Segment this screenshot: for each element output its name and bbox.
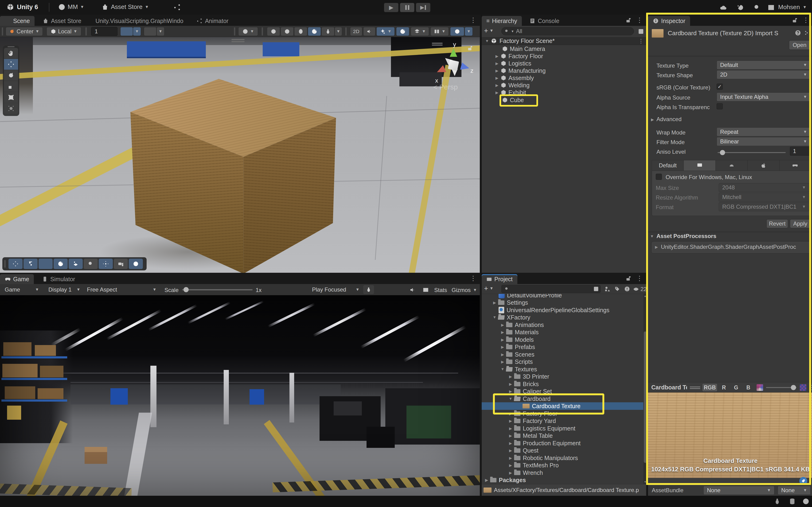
tree-row[interactable]: ▼Textures [481, 365, 643, 373]
overlay-lighting-button[interactable] [54, 259, 68, 269]
tree-row[interactable]: ▶TextMesh Pro [481, 461, 643, 469]
tab-inspector[interactable]: Inspector [648, 16, 690, 26]
draw-mode-button[interactable]: ▼ [238, 27, 258, 36]
channel-b-button[interactable]: B [743, 383, 754, 392]
pick-window-icon[interactable] [638, 28, 644, 35]
transform-tool[interactable] [4, 103, 18, 114]
project-more-icon[interactable]: ⋮ [636, 275, 643, 282]
shaded-wireframe-button[interactable] [267, 27, 280, 36]
platform-tab-standalone[interactable] [684, 160, 716, 171]
tree-row-cardboard-texture[interactable]: Cardboard Texture [481, 402, 643, 410]
override-checkbox[interactable] [656, 174, 662, 180]
advanced-label[interactable]: Advanced [656, 116, 681, 122]
preset-icon[interactable] [803, 30, 810, 36]
toolbar-grip[interactable] [262, 27, 263, 36]
tree-row[interactable]: ▶Prefabs [481, 343, 643, 351]
tree-row[interactable]: ▶Robotic Manipulators [481, 454, 643, 462]
cache-server-status[interactable] [789, 498, 796, 505]
audio-bug-button[interactable] [321, 27, 335, 36]
step-button[interactable]: ▶ [416, 3, 430, 12]
tree-row[interactable]: ▶Caliper Set [481, 388, 643, 395]
postprocessors-header[interactable]: Asset PostProcessors [656, 233, 716, 239]
orientation-gizmo[interactable]: y x z < Persp [430, 42, 477, 94]
hierarchy-row-factory-floor[interactable]: ▶Factory Floor [481, 52, 642, 60]
texture-preview[interactable]: Cardboard Texture 1024x512 RGB Compresse… [648, 392, 812, 478]
snap-value-field[interactable]: 1 [91, 27, 117, 36]
gizmo-persp-label[interactable]: < Persp [433, 83, 458, 91]
rotate-tool[interactable] [4, 70, 18, 81]
tree-row-cardboard[interactable]: ▼Cardboard [481, 395, 643, 402]
help-icon[interactable] [795, 30, 801, 36]
orientation-button[interactable]: Local▼ [47, 27, 81, 36]
toolbar-grip[interactable] [86, 27, 87, 36]
overlay-settings-button[interactable] [23, 259, 38, 269]
overlay-center-button[interactable] [99, 259, 113, 269]
visual-scripting-icon[interactable] [173, 3, 181, 11]
scale-slider[interactable] [182, 289, 253, 290]
scale-tool[interactable] [4, 81, 18, 92]
tree-row[interactable]: ▶3D Printer [481, 373, 643, 380]
hierarchy-row-main-camera[interactable]: Main Camera [481, 45, 642, 53]
tab-asset-store[interactable]: Asset Store [38, 16, 86, 26]
channel-rgb-button[interactable]: RGB [702, 383, 718, 392]
alpha-source-dropdown[interactable]: Input Texture Alpha▼ [717, 93, 811, 101]
inspector-more-icon[interactable]: ⋮ [803, 17, 809, 23]
assetbundle-variant-dropdown[interactable]: None▼ [778, 486, 811, 495]
lighting-toggle[interactable] [294, 27, 307, 36]
layout-icon[interactable] [767, 4, 775, 11]
aniso-value-field[interactable]: 1 [790, 147, 811, 156]
play-focused-dropdown[interactable]: Play Focused▼ [310, 285, 362, 294]
game-viewport[interactable] [0, 295, 480, 496]
add-asset-button[interactable]: +▼ [484, 285, 493, 292]
asset-store-menu[interactable]: Asset Store▼ [101, 3, 149, 10]
tree-row[interactable]: ▶Models [481, 336, 643, 343]
filter-alert-icon[interactable] [624, 286, 630, 292]
gizmos-button[interactable] [450, 27, 464, 36]
advanced-foldout-arrow[interactable]: ▶ [649, 117, 656, 122]
overlay-move-button[interactable] [8, 259, 22, 269]
resize-algorithm-dropdown[interactable]: Mitchell▼ [719, 193, 809, 202]
project-scrollbar[interactable]: ▲ ▼ [643, 294, 646, 484]
display-target-dropdown[interactable]: Game▼ [2, 285, 41, 294]
hierarchy-row-assembly[interactable]: ▶Assembly [481, 74, 642, 82]
tree-row[interactable]: ▶Logistics Equipment [481, 425, 643, 432]
preview-title[interactable]: Cardboard Te [651, 384, 687, 391]
toolbar-grip[interactable] [2, 27, 3, 36]
tree-row[interactable]: ▶Metal Table [481, 432, 643, 439]
tab-simulator[interactable]: Simulator [37, 274, 80, 284]
filter-label-icon[interactable] [614, 286, 620, 292]
scene-row-more-icon[interactable]: ⋮ [638, 38, 644, 44]
platform-tab-apple[interactable] [748, 160, 779, 171]
tree-row[interactable]: ▶Scenes [481, 351, 643, 358]
apply-button[interactable]: Apply [790, 219, 811, 228]
channel-g-button[interactable]: G [730, 383, 742, 392]
scene-lighting-toggle[interactable] [308, 27, 321, 36]
postprocessor-item[interactable]: UnityEditor.ShaderGraph.ShaderGraphAsset… [661, 244, 796, 250]
pause-button[interactable] [400, 3, 414, 12]
mipmap-icon[interactable] [757, 384, 763, 391]
checker-icon[interactable] [800, 384, 806, 391]
increment-snap-dropdown[interactable]: ▼ [156, 27, 164, 36]
debugger-toggle[interactable] [773, 498, 781, 505]
play-button[interactable]: ▶ [384, 3, 399, 12]
overlay-camera-preview-button[interactable] [68, 259, 83, 269]
gizmos-dropdown[interactable]: ▼ [465, 27, 473, 36]
overlay-camera-button[interactable] [114, 259, 128, 269]
display-dropdown[interactable]: Display 1▼ [46, 285, 83, 294]
overlay-grid-button[interactable] [39, 259, 53, 269]
game-more-icon[interactable]: ⋮ [470, 275, 476, 282]
asset-label-button[interactable] [799, 477, 807, 485]
tab-hierarchy[interactable]: ≡Hierarchy [481, 16, 522, 26]
overlay-compass-button[interactable] [129, 259, 143, 269]
hierarchy-scene-row[interactable]: ▼ Factory Floor Scene* ⋮ [481, 37, 647, 45]
overlay-search-button[interactable] [84, 259, 98, 269]
lock-open-icon[interactable] [467, 45, 473, 51]
twod-toggle[interactable]: 2D [350, 27, 362, 36]
filter-type-icon[interactable] [604, 286, 610, 292]
postprocessor-item-arrow[interactable]: ▶ [653, 245, 660, 249]
hierarchy-row-logistics[interactable]: ▶Logistics [481, 60, 642, 67]
effects-button[interactable]: ▼ [376, 27, 395, 36]
tab-animator[interactable]: Animator [192, 16, 233, 26]
cloud-icon[interactable] [719, 4, 727, 11]
tab-visual-scripting[interactable]: Unity.VisualScripting.GraphWindo [91, 16, 188, 26]
